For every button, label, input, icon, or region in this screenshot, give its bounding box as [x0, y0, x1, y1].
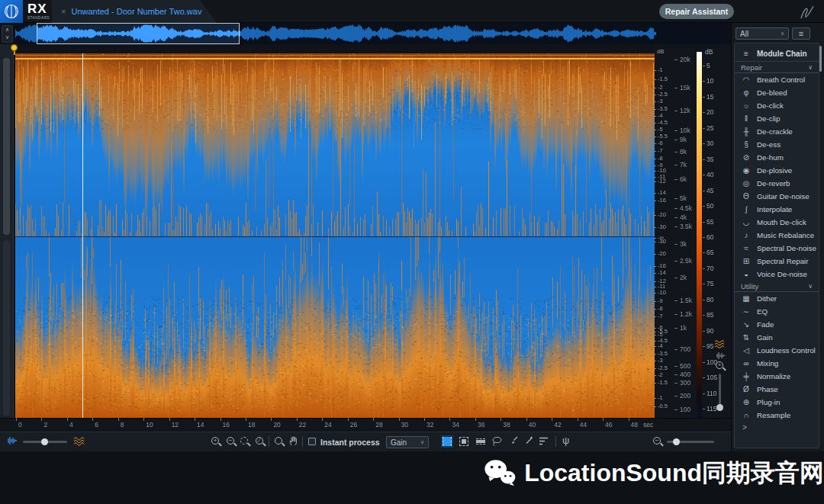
- spectrogram-view[interactable]: [15, 53, 655, 418]
- module-item-gain[interactable]: ⇅Gain: [735, 331, 819, 344]
- module-item-dither[interactable]: ▦Dither: [735, 292, 819, 305]
- colorbar-label: 10: [707, 78, 713, 85]
- horizontal-zoom-out-icon[interactable]: −: [653, 437, 661, 445]
- repair-assistant-button[interactable]: Repair Assistant: [659, 4, 734, 19]
- tab-close-icon[interactable]: ×: [61, 7, 66, 16]
- module-item-eq[interactable]: ∼EQ: [735, 305, 819, 318]
- time-ruler-tick: [373, 418, 374, 421]
- module-item-de-clip[interactable]: ‖De-clip: [735, 112, 819, 125]
- spectrogram-view-icon[interactable]: [73, 437, 86, 446]
- amp-axis-label: -8: [658, 156, 663, 162]
- module-item-mixing[interactable]: ∞Mixing: [735, 357, 819, 370]
- instant-process-checkbox[interactable]: [308, 438, 316, 445]
- file-tab[interactable]: × Unwanted - Door Number Two.wav: [52, 0, 217, 23]
- amp-axis-tick: [654, 193, 656, 194]
- freq-axis-label: 4.5k: [680, 205, 692, 212]
- module-item-normalize[interactable]: ╪Normalize: [735, 370, 819, 383]
- module-item-resample[interactable]: ∩Resample: [735, 409, 819, 422]
- expand-more-control[interactable]: >: [735, 422, 819, 432]
- guitar-de-noise-icon: Θ: [741, 192, 752, 201]
- playhead-pin[interactable]: [11, 44, 18, 51]
- time-frequency-selection-tool[interactable]: [459, 437, 468, 446]
- section-header-utility[interactable]: Utility∨: [735, 281, 819, 292]
- amp-axis-tick: [654, 266, 656, 267]
- amp-axis-tick: [654, 165, 656, 166]
- amp-axis-label: -0.5: [658, 403, 668, 409]
- module-item-de-reverb[interactable]: ◎De-reverb: [735, 177, 819, 190]
- section-header-repair[interactable]: Repair∨: [735, 62, 819, 73]
- amp-axis-label: -1.5: [658, 76, 668, 82]
- spectrogram-display-icon[interactable]: [714, 340, 726, 348]
- waveform-view-icon[interactable]: [6, 436, 17, 445]
- time-selection-tool[interactable]: [443, 437, 452, 446]
- module-item-spectral-de-noise[interactable]: ≈Spectral De-noise: [735, 242, 819, 255]
- process-select[interactable]: Gain ∨: [386, 436, 429, 448]
- overview-collapse-control[interactable]: ∧ ∨: [2, 25, 13, 43]
- module-item-label: Normalize: [757, 372, 790, 380]
- time-ruler-tick: [92, 418, 93, 421]
- lasso-tool-icon[interactable]: [491, 436, 503, 447]
- panel-menu-icon[interactable]: ≡: [792, 27, 810, 40]
- brush-tool-icon[interactable]: [508, 435, 519, 446]
- colorbar-label: 30: [707, 140, 713, 147]
- zoom-in-icon[interactable]: +: [211, 437, 219, 445]
- freq-axis-tick: [674, 314, 678, 315]
- module-item-mouth-de-click[interactable]: ◡Mouth De-click: [735, 216, 819, 229]
- module-item-label: Mixing: [757, 359, 778, 368]
- zoom-to-selection-icon[interactable]: [240, 437, 248, 445]
- module-item-label: Phase: [757, 385, 778, 393]
- module-chain-item[interactable]: ≡ Module Chain: [735, 47, 819, 62]
- colorbar-label: 110: [707, 390, 717, 397]
- time-ruler-label: 46: [605, 421, 612, 429]
- module-item-voice-de-noise[interactable]: ◒Voice De-noise: [735, 268, 819, 281]
- waveform-overview[interactable]: [14, 23, 731, 44]
- module-item-guitar-de-noise[interactable]: ΘGuitar De-noise: [735, 190, 819, 203]
- zoom-reset-icon[interactable]: ∕: [256, 437, 263, 445]
- hand-grab-tool-icon[interactable]: [288, 435, 299, 446]
- vertical-scrollbar-upper[interactable]: [3, 58, 10, 235]
- magnifier-tool-icon[interactable]: [275, 437, 282, 445]
- flatten-levels-icon[interactable]: [539, 437, 549, 445]
- freq-axis-tick: [674, 366, 678, 367]
- module-item-spectral-repair[interactable]: ⊞Spectral Repair: [735, 255, 819, 268]
- spectrogram-colorbar[interactable]: [697, 52, 702, 418]
- module-list-scrollbar[interactable]: [819, 46, 822, 72]
- module-item-loudness-control[interactable]: ◁Loudness Control: [735, 344, 819, 357]
- vertical-zoom-slider-knob[interactable]: [716, 404, 723, 411]
- module-item-music-rebalance[interactable]: ♪Music Rebalance: [735, 229, 819, 242]
- phase-icon: Ø: [741, 385, 752, 393]
- module-item-de-plosive[interactable]: ◉De-plosive: [735, 164, 819, 177]
- vertical-scrollbar-lower[interactable]: [3, 240, 10, 416]
- horizontal-zoom-slider-knob[interactable]: [673, 438, 680, 445]
- tuning-fork-icon[interactable]: ψ: [562, 435, 569, 446]
- module-item-de-crackle[interactable]: ╫De-crackle: [735, 125, 819, 138]
- module-item-fade[interactable]: ↘Fade: [735, 318, 819, 331]
- music-rebalance-icon: ♪: [741, 231, 752, 239]
- time-ruler[interactable]: [0, 418, 731, 432]
- freq-axis-tick: [674, 278, 678, 278]
- module-item-de-click[interactable]: ☼De-click: [735, 99, 819, 112]
- amp-axis-label: -1: [658, 67, 663, 73]
- amp-axis-label: -16: [658, 263, 666, 269]
- module-item-de-ess[interactable]: §De-ess: [735, 138, 819, 151]
- module-item-de-hum[interactable]: ⊘De-hum: [735, 151, 819, 164]
- module-item-de-bleed[interactable]: φDe-bleed: [735, 86, 819, 99]
- module-item-breath-control[interactable]: ◠Breath Control: [735, 73, 819, 86]
- marker-strip[interactable]: [14, 44, 731, 53]
- magic-wand-tool-icon[interactable]: [523, 435, 534, 446]
- time-ruler-label: 8: [121, 421, 124, 429]
- module-item-plug-in[interactable]: ⊕Plug-in: [735, 396, 819, 409]
- freq-axis-tick: [674, 88, 678, 88]
- zoom-out-icon[interactable]: −: [227, 437, 234, 445]
- module-item-label: De-clip: [757, 114, 781, 123]
- module-filter-select[interactable]: All ∨: [735, 27, 789, 40]
- freq-axis-tick: [674, 409, 678, 410]
- display-blend-slider-knob[interactable]: [41, 438, 48, 445]
- amp-axis-tick: [654, 316, 656, 317]
- frequency-selection-tool[interactable]: [476, 438, 485, 445]
- colorbar-label: 95: [707, 343, 713, 350]
- module-item-interpolate[interactable]: ∫Interpolate: [735, 203, 819, 216]
- time-ruler-tick: [16, 418, 17, 421]
- colorbar-label: 25: [707, 125, 713, 132]
- module-item-phase[interactable]: ØPhase: [735, 383, 819, 396]
